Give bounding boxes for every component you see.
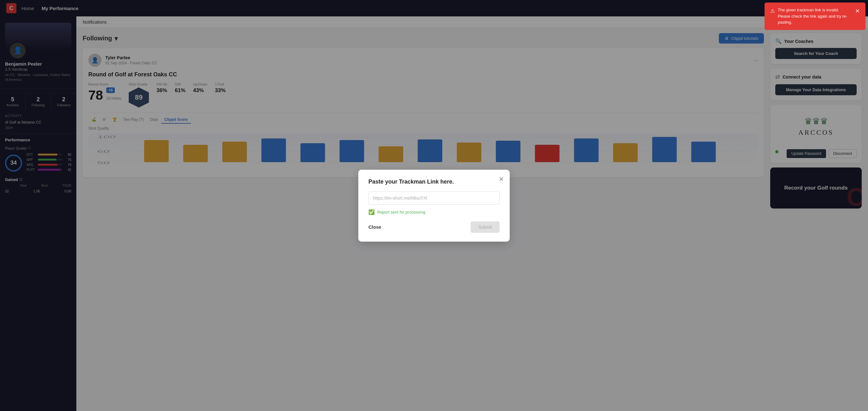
trackman-link-input[interactable] (368, 191, 500, 205)
trackman-modal: Paste your Trackman Link here. ✕ ✅ Repor… (358, 170, 510, 242)
success-check-icon: ✅ (368, 209, 375, 215)
modal-actions: Close Submit (368, 221, 500, 233)
toast-message: The given trackman link is invalid. Plea… (778, 7, 849, 26)
toast-warning-icon: ⚠ (770, 7, 775, 15)
modal-title: Paste your Trackman Link here. (368, 179, 500, 185)
modal-success-message: ✅ Report sent for processing (368, 209, 500, 215)
modal-overlay[interactable]: Paste your Trackman Link here. ✕ ✅ Repor… (0, 0, 868, 411)
success-text: Report sent for processing (377, 210, 425, 215)
modal-submit-button[interactable]: Submit (471, 221, 500, 233)
modal-close-button[interactable]: Close (368, 224, 381, 230)
toast-close-button[interactable]: ✕ (855, 7, 860, 15)
error-toast: ⚠ The given trackman link is invalid. Pl… (765, 2, 866, 30)
modal-close-x-button[interactable]: ✕ (499, 176, 504, 183)
